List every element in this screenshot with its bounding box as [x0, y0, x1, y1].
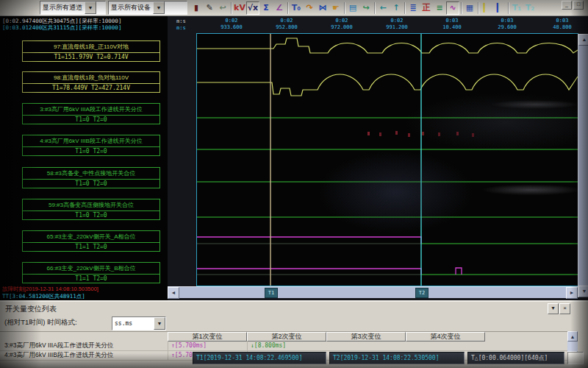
toolbar-separator	[404, 2, 405, 14]
undo-arrow-icon[interactable]: ↩	[216, 1, 229, 15]
pen-tool-icon[interactable]: ✎	[203, 1, 216, 15]
scroll-right-icon[interactable]: ►	[566, 287, 578, 299]
channel-box[interactable]: 4:#3高厂用6kV IIIB段工作进线开关分位T1=0 T2=0	[22, 135, 160, 156]
channel-box[interactable]: 98:直流母线1段_负对地110VT1=78.449V T2=427.214V	[22, 71, 160, 93]
channel-cursor-values: T1=1 T2=0	[23, 275, 159, 283]
scroll-up-icon[interactable]: ▲	[567, 331, 578, 342]
device-filter-combo[interactable]: 显示所有设备 ▼	[108, 1, 187, 15]
pan-left-icon[interactable]: ←	[376, 1, 390, 15]
timebase-icon[interactable]: ▤	[346, 1, 359, 15]
timeline-tick-label: 0:0329.600	[485, 18, 529, 31]
toolbar-group: kV√xΣ∠	[233, 1, 286, 15]
pin-icon[interactable]: ▾	[548, 303, 559, 314]
close-icon[interactable]: ×	[559, 303, 570, 314]
row-channel-name: 3:#3高厂用6kV IIIA段工作进线开关分位	[4, 341, 113, 350]
chevron-down-icon[interactable]: ▼	[85, 1, 96, 14]
table-header-row: 第1次变位第2次变位第3次变位第4次变位	[0, 331, 567, 342]
polarity-icon[interactable]: 正	[420, 1, 433, 15]
channel-box[interactable]: 65:#3主变_220kV侧开关_A相合位T1=1 T2=0	[22, 230, 160, 252]
waveform-plot[interactable]	[197, 34, 578, 286]
panel-title: 开关量变位列表	[5, 304, 57, 314]
yellow-cursor-icon[interactable]: ▎	[480, 1, 493, 15]
pan-up-icon[interactable]: ↑	[390, 1, 403, 15]
status-t2-time: T2[2019-12-31 14:08:22.530500]	[329, 352, 465, 364]
toolbar-group: ▦	[463, 1, 476, 15]
window-controls: _ □	[562, 1, 584, 10]
row-channel-name: 4:#3高厂用6kV IIIB段工作进线开关分位	[4, 350, 113, 360]
time-format-value: ss.ms	[112, 320, 154, 327]
channel-label: 98:直流母线1段_负对地110V	[23, 72, 159, 84]
toolbar-group: ▮✎↩	[190, 1, 229, 15]
t2-cursor-icon[interactable]: T₂	[523, 1, 537, 15]
toolbar-group: ▤↪	[346, 1, 373, 15]
minimize-button[interactable]: _	[562, 1, 572, 10]
table-row[interactable]: 3:#3高厂用6kV IIIA段工作进线开关分位↑[5.700ms]↓[8.80…	[0, 341, 567, 351]
channel-list-icon[interactable]: ≣	[406, 1, 420, 15]
channel-cursor-values: T1=0 T2=0	[23, 211, 159, 220]
timeline-tick-label: 0:02991.200	[375, 18, 419, 31]
jump-arrow-icon[interactable]: ↷	[303, 1, 316, 15]
maximize-button[interactable]: □	[573, 1, 584, 10]
fault-time-label: 故障时刻[2019-12-31 14:08:10.503500]	[2, 286, 98, 293]
channel-box[interactable]: 58:#3高备变_中性点接地开关合位T1=0 T2=0	[22, 167, 160, 188]
toolbar-separator	[508, 2, 509, 14]
kv-unit-icon[interactable]: kV	[233, 1, 246, 15]
channel-label: 58:#3高备变_中性点接地开关合位	[23, 168, 159, 180]
t1-cursor-marker[interactable]: T1	[265, 288, 278, 298]
hand-pointer-icon[interactable]: ☛	[329, 1, 343, 15]
channel-box[interactable]: 59:#3高备变高压侧接地开关合位T1=0 T2=0	[22, 199, 160, 220]
record-range-label: TT[3:04.581200区共48911点]	[2, 293, 85, 300]
status-t1-time: T1[2019-12-31 14:08:22.469500]	[193, 352, 326, 364]
channel-box[interactable]: 66:#3主变_220kV侧开关_B相合位T1=1 T2=0	[22, 262, 160, 283]
waveform-view: m:s m:s 0:02933.6000:02952.8000:02972.00…	[168, 16, 588, 300]
status-delta-time: T△[0:00.064000][640点]	[467, 352, 564, 364]
digital-66-pulse	[456, 268, 462, 275]
chevron-down-icon[interactable]: ▼	[154, 317, 165, 330]
status-bar: T1[2019-12-31 14:08:22.469500] T2[2019-1…	[193, 352, 584, 364]
toolbar-group: T₁T₂	[510, 1, 537, 15]
t2-cursor-marker[interactable]: T2	[415, 288, 429, 298]
sqrt-value-icon[interactable]: √x	[246, 1, 259, 15]
channel-cursor-values: T1=78.449V T2=427.214V	[23, 84, 159, 93]
toolbar-group: T₀↷⋈☛	[290, 1, 343, 15]
time-format-combo[interactable]: ss.ms ▼	[112, 316, 166, 330]
grid-view-icon[interactable]: ▦	[463, 1, 476, 15]
channel-label: 65:#3主变_220kV侧开关_A相合位	[23, 231, 159, 243]
timeline-tick-label: 0:0310.400	[430, 18, 474, 31]
sum-icon[interactable]: Σ	[259, 1, 273, 15]
marker-tool-icon[interactable]: ▮	[190, 1, 203, 15]
device-filter-value: 显示所有设备	[109, 3, 153, 13]
channel-label: 97:直流母线1段_正110V对地	[23, 41, 159, 53]
fault-band-icon[interactable]: ⋈	[316, 1, 329, 15]
channel-cursor-values: T1=151.979V T2=0.714V	[23, 53, 159, 62]
status-blank-box	[567, 352, 584, 364]
wave-arrow-icon[interactable]: ↪	[359, 1, 373, 15]
analog-wave-97	[197, 38, 578, 53]
toolbar-separator	[231, 2, 232, 14]
horizontal-scrollbar[interactable]: ◄ ► T1 T2	[168, 286, 578, 298]
channel-box[interactable]: 97:直流母线1段_正110V对地T1=151.979V T2=0.714V	[22, 40, 160, 62]
channel-filter-combo[interactable]: 显示所有通道 ▼	[40, 1, 106, 15]
pulse-view-icon[interactable]: ∿	[446, 1, 459, 15]
row-change-cell: ↓[8.800ms]	[247, 341, 326, 350]
vertical-scrollbar[interactable]: ▲ ▼	[578, 34, 588, 297]
t0-time-icon[interactable]: T₀	[290, 1, 303, 15]
blue-cursor-icon[interactable]: ▎	[493, 1, 506, 15]
channel-label: 3:#3高厂用6kV IIIA段工作进线开关分位	[23, 104, 159, 116]
phase-angle-icon[interactable]: ∠	[273, 1, 286, 15]
align-channels-icon[interactable]: ≡	[433, 1, 446, 15]
scroll-up-icon[interactable]: ▲	[578, 34, 588, 46]
t1-cursor-icon[interactable]: T₁	[510, 1, 523, 15]
timeline-tick-label: 0:02972.000	[320, 18, 364, 31]
digital-66-high	[197, 269, 421, 275]
timeline-tick-label: 0:0348.800	[540, 18, 584, 31]
chevron-down-icon[interactable]: ▼	[153, 1, 165, 14]
toolbar-separator	[287, 2, 288, 14]
toolbar: 显示所有通道 ▼ 显示所有设备 ▼ ▮✎↩kV√xΣ∠T₀↷⋈☛▤↪←↑≣正≡∿…	[0, 0, 588, 16]
scroll-left-icon[interactable]: ◄	[168, 287, 179, 299]
channel-cursor-values: T1=1 T2=0	[23, 243, 159, 252]
toolbar-separator	[344, 2, 345, 14]
scroll-down-icon[interactable]: ▼	[578, 286, 588, 297]
time-format-label: (相对T1时间) 时间格式:	[4, 318, 77, 328]
channel-box[interactable]: 3:#3高厂用6kV IIIA段工作进线开关分位T1=0 T2=0	[22, 103, 160, 124]
